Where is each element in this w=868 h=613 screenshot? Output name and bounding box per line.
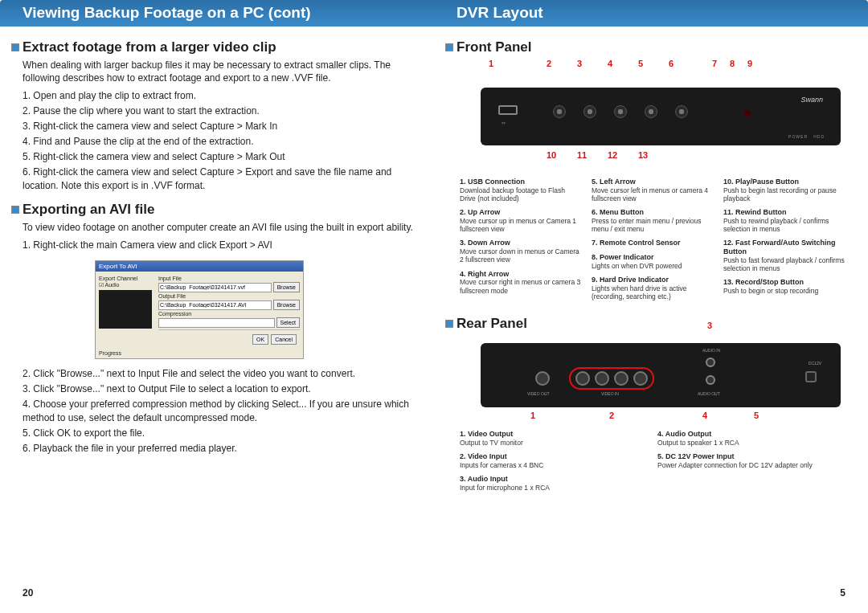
callout: 3 (577, 59, 582, 68)
front-panel-title: Front Panel (457, 39, 849, 55)
step: 5. Click OK to export the file. (23, 427, 415, 440)
front-legend: 1. USB ConnectionDownload backup footage… (460, 178, 845, 306)
device-button (583, 105, 596, 118)
legend-title: 8. Power Indicator (592, 253, 654, 261)
device-text: AUDIO OUT (698, 391, 720, 396)
device-text: VIDEO IN (601, 391, 619, 396)
step: 4. Find and Pause the clip at the end of… (23, 135, 415, 149)
callout: 7 (712, 59, 717, 68)
callout: 11 (577, 150, 587, 160)
step: 1. Right-click the main Camera view and … (23, 239, 415, 252)
rear-panel-title: Rear Panel (457, 316, 849, 332)
rear-callouts: 1 2 3 4 5 (481, 409, 841, 427)
page-number-left: 20 (23, 587, 33, 599)
legend-desc: Push to begin last recording or pause pl… (723, 186, 845, 202)
legend-title: 1. USB Connection (460, 178, 525, 186)
legend-desc: Move cursor up in menus or Camera 1 full… (460, 217, 582, 233)
step: 3. Click "Browse..." next to Output File… (23, 382, 415, 396)
led-labels: POWER HDD (788, 134, 825, 139)
avi-step1-list: 1. Right-click the main Camera view and … (23, 239, 415, 252)
step: 4. Choose your preferred compression met… (23, 398, 415, 426)
left-header: Viewing Backup Footage on a PC (cont) (0, 0, 434, 27)
legend-title: 4. Audio Output (657, 430, 711, 438)
callout: 4 (702, 411, 707, 420)
section-extract-intro: When dealing with larger backup files it… (23, 59, 415, 84)
input-file-label: Input File (158, 276, 190, 281)
step: 6. Playback the file in your preferred m… (23, 442, 415, 456)
audio-checkbox[interactable]: ☑ Audio (99, 282, 155, 288)
usb-port-icon (498, 105, 518, 115)
output-file-label: Output File (158, 293, 190, 299)
bnc-connector-icon (595, 371, 609, 386)
legend-title: 5. DC 12V Power Input (657, 452, 735, 460)
legend-desc: Move cursor down in menus or Camera 2 fu… (460, 247, 582, 264)
export-channel-label: Export Channel (99, 276, 155, 281)
callout: 2 (609, 411, 614, 420)
legend-desc: Output to TV monitor (460, 439, 648, 447)
device-button (675, 105, 688, 118)
device-text: DC12V (809, 361, 821, 366)
device-button (645, 105, 657, 118)
legend-desc: Push to begin or stop recording (723, 287, 845, 295)
right-header: DVR Layout (434, 0, 868, 27)
device-text: AUDIO IN (702, 348, 720, 353)
legend-title: 2. Up Arrow (460, 208, 500, 216)
legend-title: 10. Play/Pause Button (723, 178, 799, 186)
front-callouts-top: 1 2 3 4 5 6 7 8 9 (481, 59, 841, 73)
legend-title: 7. Remote Control Sensor (592, 239, 681, 247)
compression-field[interactable] (158, 318, 275, 328)
avi-steps-after: 2. Click "Browse..." next to Input File … (23, 367, 415, 456)
cancel-button[interactable]: Cancel (271, 334, 297, 345)
legend-desc: Power Adapter connection for DC 12V adap… (657, 461, 845, 469)
dc-jack-icon (805, 371, 817, 382)
legend-title: 3. Audio Input (460, 475, 508, 483)
ok-button[interactable]: OK (252, 334, 268, 345)
rca-connector-icon (706, 375, 715, 385)
legend-desc: Output to speaker 1 x RCA (657, 439, 845, 447)
legend-title: 11. Rewind Button (723, 208, 787, 216)
step: 3. Right-click the camera view and selec… (23, 120, 415, 133)
section-extract-title: Extract footage from a larger video clip (23, 39, 415, 55)
export-dialog: Export To AVI Export Channel ☑ Audio Inp… (95, 260, 304, 359)
step: 2. Click "Browse..." next to Input File … (23, 367, 415, 381)
step: 6. Right-click the camera view and selec… (23, 166, 415, 194)
bnc-connector-icon (633, 371, 648, 386)
step: 1. Open and play the clip to extract fro… (23, 89, 415, 103)
legend-title: 2. Video Input (460, 452, 507, 460)
legend-title: 5. Left Arrow (592, 178, 636, 186)
ir-sensor-icon (744, 110, 751, 116)
legend-desc: Download backup footage to Flash Drive (… (460, 186, 582, 202)
legend-desc: Press to enter main menu / previous menu… (592, 217, 714, 233)
dialog-title: Export To AVI (96, 261, 303, 272)
browse-input-button[interactable]: Browse (273, 282, 300, 292)
bnc-connector-icon (535, 371, 550, 386)
callout: 1 (530, 411, 535, 420)
front-callouts-bottom: 10 11 12 13 (481, 150, 841, 174)
input-file-field[interactable] (158, 283, 272, 292)
legend-title: 6. Menu Button (592, 208, 644, 216)
callout: 2 (547, 59, 551, 68)
audio-label: Audio (105, 282, 120, 288)
select-button[interactable]: Select (276, 317, 300, 328)
rca-connector-icon (706, 358, 715, 367)
section-avi-intro: To view video footage on another compute… (23, 221, 415, 234)
device-button (614, 105, 627, 118)
callout: 6 (669, 59, 674, 68)
output-file-field[interactable] (158, 300, 272, 310)
legend-title: 9. Hard Drive Indicator (592, 276, 669, 284)
legend-desc: Input for microphone 1 x RCA (460, 484, 648, 492)
front-panel-device: ⇔ Swann POWER HDD (481, 88, 841, 145)
legend-desc: Lights on when DVR powered (592, 262, 714, 270)
rear-panel-device: AUDIO IN VIDEO OUT VIDEO IN AUDIO OUT DC… (481, 343, 841, 407)
legend-title: 4. Right Arrow (460, 270, 509, 278)
usb-label: ⇔ (502, 120, 506, 125)
callout: 1 (489, 59, 493, 68)
page-number-right: 5 (840, 587, 845, 599)
legend-desc: Push to rewind playback / confirms selec… (723, 217, 845, 233)
legend-title: 3. Down Arrow (460, 239, 510, 247)
bnc-group (569, 367, 654, 390)
compression-label: Compression (158, 311, 190, 317)
browse-output-button[interactable]: Browse (273, 300, 300, 310)
step: 5. Right-click the camera view and selec… (23, 150, 415, 164)
left-page: Viewing Backup Footage on a PC (cont) Ex… (0, 0, 434, 613)
